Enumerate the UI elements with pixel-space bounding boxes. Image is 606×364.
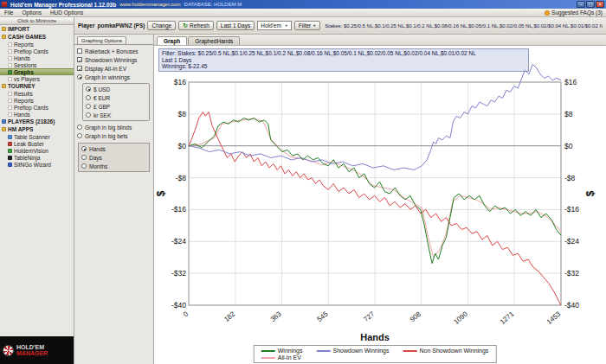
menu-bar: File Options HUD Options Suggested FAQs … [0, 9, 606, 17]
sidebar-item-tableninja[interactable]: TableNinja [0, 154, 74, 161]
sidebar-item-label: Hands [14, 112, 30, 118]
x-axis-title: Hands [154, 332, 596, 342]
graph-in-big-blinds-radio[interactable]: Graph in big blinds [77, 124, 151, 131]
radio-label: £ GBP [93, 104, 110, 110]
legend-label: Showdown Winnings [333, 348, 390, 354]
sidebar-item-label: Sessions [14, 62, 36, 68]
sidebar-item-label: Preflop Cards [14, 48, 48, 54]
sidebar-item-graphs[interactable]: Graphs [0, 68, 74, 75]
cash-games-icon [2, 35, 6, 39]
eur-radio[interactable]: € EUR [86, 94, 146, 101]
sidebar-section-cash-games[interactable]: CASH GAMES [0, 33, 74, 41]
sidebar-item-tourney-results[interactable]: Results [0, 90, 74, 97]
menu-hud-options[interactable]: HUD Options [46, 10, 87, 16]
legend-item-showdown: Showdown Winnings [317, 348, 390, 354]
close-window-button[interactable]: ✕ [596, 1, 604, 8]
legend-item-winnings: Winnings [261, 348, 303, 354]
graphing-options-tab[interactable]: Graphing Options [77, 36, 126, 44]
radio-label: Days [89, 155, 102, 161]
sidebar-item-reports[interactable]: Reports [0, 41, 74, 48]
change-player-button[interactable]: Change [147, 21, 176, 30]
maximize-window-button[interactable]: ▢ [586, 1, 595, 8]
showdown-winnings-checkbox[interactable]: Showdown Winnings [77, 56, 151, 63]
tab-graphedhands[interactable]: GraphedHands [188, 36, 240, 45]
import-icon [2, 27, 6, 31]
graph-in-big-bets-radio[interactable]: Graph in big bets [77, 132, 151, 139]
sidebar-item-tourney-preflop-cards[interactable]: Preflop Cards [0, 104, 74, 111]
sek-radio[interactable]: kr SEK [86, 112, 146, 118]
date-range-button[interactable]: Last 1 Days [216, 21, 255, 30]
sidebar-item-label: Table Scanner [14, 134, 50, 140]
period-group: Hands Days Months [78, 143, 150, 172]
sidebar-item-label: HoldemVision [14, 148, 48, 154]
gbp-radio[interactable]: £ GBP [86, 103, 146, 110]
refresh-icon: ↻ [183, 23, 188, 29]
sidebar-section-hm-apps[interactable]: HM APPS [0, 125, 74, 133]
radio-icon [77, 125, 82, 130]
hm-apps-icon [2, 127, 6, 131]
sidebar-section-tourney[interactable]: TOURNEY [0, 82, 74, 90]
legend-label: Winnings [278, 348, 303, 354]
refresh-button[interactable]: ↻ Refresh [178, 21, 214, 30]
tourney-hands-icon [8, 112, 12, 117]
window-controls: – ▢ ✕ [577, 1, 604, 8]
sidebar-section-import[interactable]: IMPORT [0, 25, 74, 33]
game-type-select[interactable]: Hold'em ▼ [257, 21, 292, 30]
radio-icon [86, 95, 91, 100]
menu-options[interactable]: Options [17, 10, 45, 16]
sidebar-item-tourney-hands[interactable]: Hands [0, 111, 74, 118]
tourney-icon [2, 84, 6, 88]
suggested-faqs-link[interactable]: Suggested FAQs (3) [545, 10, 606, 16]
sidebar-item-tourney-reports[interactable]: Reports [0, 97, 74, 104]
sitngo-wizard-icon [8, 163, 12, 167]
sidebar-item-vs-players[interactable]: vs Players [0, 75, 74, 82]
legend-label: All-In EV [278, 354, 301, 361]
sidebar-item-table-scanner[interactable]: Table Scanner [0, 133, 74, 140]
sidebar-minimize-button[interactable]: Click to Minimize [0, 17, 74, 25]
radio-icon [77, 133, 82, 138]
graphs-icon [8, 70, 12, 74]
currency-group: $ USD € EUR £ GBP kr SEK [82, 83, 150, 121]
sidebar-item-sessions[interactable]: Sessions [0, 61, 74, 68]
usd-radio[interactable]: $ USD [86, 86, 146, 93]
window-database: DATABASE: HOLDEM M [184, 2, 242, 7]
date-range-label: Last 1 Days [221, 22, 250, 29]
legend-item-non-showdown: Non Showdown Winnings [403, 348, 489, 354]
period-hands-radio[interactable]: Hands [81, 145, 146, 152]
sidebar-item-holdemvision[interactable]: HoldemVision [0, 147, 74, 154]
menu-file[interactable]: File [0, 10, 17, 16]
radio-label: kr SEK [93, 112, 111, 118]
sidebar-item-sitngo-wizard[interactable]: SitNGo Wizard [0, 161, 74, 168]
sidebar-section-players[interactable]: PLAYERS (21826) [0, 118, 74, 125]
sidebar-item-preflop-cards[interactable]: Preflop Cards [0, 48, 74, 54]
checkbox-icon [77, 48, 82, 54]
display-allin-ev-checkbox[interactable]: Display All-In EV [77, 65, 151, 72]
minimize-window-button[interactable]: – [577, 1, 585, 8]
reports-icon [8, 42, 12, 47]
period-months-radio[interactable]: Months [81, 163, 146, 169]
tab-graph[interactable]: Graph [157, 36, 187, 45]
showdown-line-swatch [317, 350, 331, 352]
refresh-label: Refresh [190, 22, 210, 29]
players-label: PLAYERS (21826) [8, 118, 55, 125]
holdemvision-icon [8, 149, 12, 153]
poker-chip-icon [3, 345, 14, 356]
title-bar: Hold'em Manager Professional 1.12.03b ww… [0, 0, 606, 9]
rakeback-bonuses-checkbox[interactable]: Rakeback + Bonuses [77, 48, 151, 54]
radio-label: $ USD [93, 86, 110, 93]
period-days-radio[interactable]: Days [81, 154, 146, 161]
filter-button[interactable]: Filter ▼ [294, 21, 320, 30]
sidebar-item-label: Reports [14, 42, 34, 48]
radio-icon [86, 104, 91, 109]
change-label: Change [152, 22, 171, 29]
players-icon [2, 119, 6, 124]
graph-area: Graph GraphedHands 018236354572790810901… [154, 35, 606, 364]
graph-in-winnings-radio[interactable]: Graph in winnings [77, 73, 151, 80]
sidebar-item-label: Reports [14, 98, 34, 104]
faq-icon [545, 10, 550, 16]
sidebar-item-hands[interactable]: Hands [0, 54, 74, 61]
sidebar-item-leak-buster[interactable]: Leak Buster [0, 140, 74, 147]
checkbox-icon [77, 57, 82, 62]
sidebar-item-label: Leak Buster [14, 141, 44, 147]
sidebar-item-label: SitNGo Wizard [14, 162, 51, 168]
